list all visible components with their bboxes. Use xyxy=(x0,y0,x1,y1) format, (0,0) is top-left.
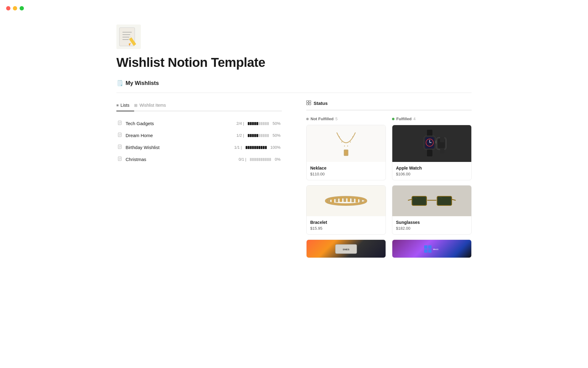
status-header: Status xyxy=(306,100,472,110)
list-item[interactable]: Tech Gadgets 2/4 | 50% xyxy=(116,117,282,129)
bracelet-price: $15.95 xyxy=(310,226,382,231)
lists-tab-icon: ≡ xyxy=(116,103,119,108)
list-item-meta: 1/1 | 100% xyxy=(234,145,281,150)
tab-wishlist-items[interactable]: ⊞ Wishlist Items xyxy=(134,100,171,111)
not-fulfilled-column: Not Fulfilled 5 xyxy=(306,117,386,258)
svg-rect-46 xyxy=(352,198,354,202)
progress-blocks-1 xyxy=(248,134,269,137)
svg-rect-70 xyxy=(424,245,428,249)
neklace-card-body: Neklace $110.00 xyxy=(307,162,386,180)
not-fulfilled-label: Not Fulfilled xyxy=(311,117,334,121)
svg-rect-43 xyxy=(340,197,342,202)
apple-watch-price: $106.00 xyxy=(396,172,468,176)
svg-point-34 xyxy=(350,142,351,143)
tab-lists-label: Lists xyxy=(121,103,130,108)
document-icon xyxy=(118,156,123,162)
fulfilled-count: 4 xyxy=(413,117,416,121)
section-title: My Wishlists xyxy=(126,80,159,86)
svg-rect-65 xyxy=(413,197,426,205)
tabs-container: ≡ Lists ⊞ Wishlist Items xyxy=(116,100,282,111)
list-progress-text: 0/1 | xyxy=(239,157,246,162)
neklace-image xyxy=(307,125,386,162)
fulfilled-column: Fulfilled 4 xyxy=(392,117,472,258)
list-percent: 100% xyxy=(270,145,281,150)
list-item-name: Tech Gadgets xyxy=(126,121,236,126)
fulfilled-dot xyxy=(392,118,394,120)
svg-rect-40 xyxy=(328,199,330,203)
neklace-title: Neklace xyxy=(310,166,382,171)
svg-rect-48 xyxy=(360,199,362,203)
document-icon xyxy=(118,121,123,126)
card-windows[interactable]: Win11 xyxy=(392,240,472,258)
section-icon: 🗒️ xyxy=(116,80,123,86)
list-item[interactable]: Christmas 0/1 | 0% xyxy=(116,153,282,165)
list-progress-text: 1/1 | xyxy=(234,145,242,150)
list-item-name: Dream Home xyxy=(126,133,236,138)
list-item[interactable]: Birthday Wishlist 1/1 | 100% xyxy=(116,141,282,153)
document-icon xyxy=(118,132,123,138)
apple-watch-title: Apple Watch xyxy=(396,166,468,171)
svg-rect-28 xyxy=(307,103,308,105)
svg-point-32 xyxy=(344,146,345,147)
list-item-meta: 2/4 | 50% xyxy=(236,121,281,126)
bracelet-card-body: Bracelet $15.95 xyxy=(307,216,386,234)
svg-rect-61 xyxy=(440,137,444,142)
page-title: Wishlist Notion Template xyxy=(116,55,472,70)
sunglasses-price: $182.00 xyxy=(396,226,468,231)
list-item-meta: 0/1 | 0% xyxy=(239,157,281,162)
not-fulfilled-dot xyxy=(306,118,309,120)
sunglasses-card-body: Sunglasses $182.00 xyxy=(392,216,471,234)
list-percent: 50% xyxy=(273,133,281,138)
tab-wishlist-label: Wishlist Items xyxy=(139,103,166,108)
fullscreen-button[interactable] xyxy=(20,6,24,10)
tab-lists[interactable]: ≡ Lists xyxy=(116,100,134,111)
bracelet-title: Bracelet xyxy=(310,220,382,225)
left-panel: ≡ Lists ⊞ Wishlist Items xyxy=(116,100,282,165)
svg-point-30 xyxy=(339,136,340,137)
sunglasses-image xyxy=(392,186,471,216)
list-item-meta: 1/2 | 50% xyxy=(236,133,281,138)
document-icon xyxy=(118,144,123,150)
svg-rect-26 xyxy=(307,101,308,102)
section-divider xyxy=(116,93,472,93)
svg-rect-71 xyxy=(428,245,432,249)
list-item-name: Birthday Wishlist xyxy=(126,145,234,150)
minimize-button[interactable] xyxy=(13,6,17,10)
svg-point-31 xyxy=(341,142,342,143)
card-sunglasses[interactable]: Sunglasses $182.00 xyxy=(392,185,472,235)
list-container: Tech Gadgets 2/4 | 50% xyxy=(116,117,282,165)
card-snes[interactable]: SNES xyxy=(306,240,386,258)
svg-rect-57 xyxy=(427,150,432,156)
fulfilled-label: Fulfilled xyxy=(396,117,412,121)
svg-text:Win11: Win11 xyxy=(433,248,439,250)
sunglasses-title: Sunglasses xyxy=(396,220,468,225)
apple-watch-card-body: Apple Watch $106.00 xyxy=(392,162,471,180)
card-bracelet[interactable]: Bracelet $15.95 xyxy=(306,185,386,235)
svg-line-68 xyxy=(408,199,412,200)
window-controls xyxy=(6,6,24,10)
not-fulfilled-count: 5 xyxy=(335,117,337,121)
svg-line-69 xyxy=(452,199,455,200)
section-heading: 🗒️ My Wishlists xyxy=(116,80,472,86)
card-apple-watch[interactable]: Apple Watch $106.00 xyxy=(392,125,472,180)
svg-rect-44 xyxy=(344,197,346,202)
status-label: Status xyxy=(314,101,328,106)
card-neklace[interactable]: Neklace $110.00 xyxy=(306,125,386,180)
content-columns: ≡ Lists ⊞ Wishlist Items xyxy=(116,100,472,258)
svg-text:SNES: SNES xyxy=(343,248,349,251)
svg-rect-29 xyxy=(309,103,311,105)
svg-point-35 xyxy=(352,136,353,137)
snes-image: SNES xyxy=(307,240,386,258)
main-content: Wishlist Notion Template 🗒️ My Wishlists… xyxy=(80,0,508,276)
list-percent: 0% xyxy=(275,157,281,162)
list-item[interactable]: Dream Home 1/2 | 50% xyxy=(116,129,282,141)
progress-blocks-2 xyxy=(246,146,267,149)
page-icon xyxy=(116,25,141,49)
svg-rect-62 xyxy=(440,148,444,154)
svg-rect-42 xyxy=(336,198,338,202)
close-button[interactable] xyxy=(6,6,10,10)
svg-point-33 xyxy=(347,146,348,147)
status-header-icon xyxy=(306,100,311,106)
svg-rect-37 xyxy=(345,151,347,155)
neklace-price: $110.00 xyxy=(310,172,382,176)
